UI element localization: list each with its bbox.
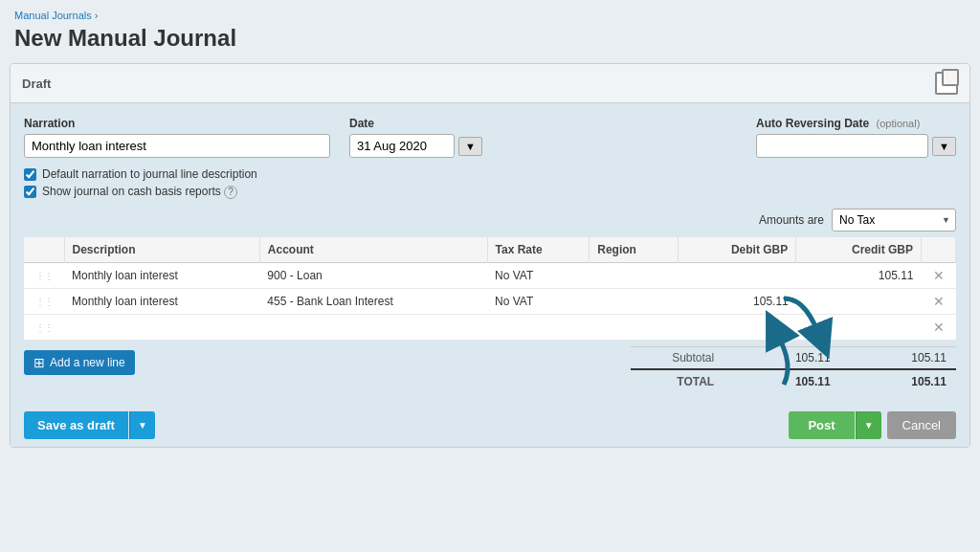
card-body: Narration Date ▼ Auto Reversing Date (op… (11, 103, 969, 402)
add-icon: ⊞ (33, 355, 45, 370)
col-credit: Credit GBP (796, 237, 922, 263)
col-drag (24, 237, 64, 263)
row1-credit[interactable]: 105.11 (796, 262, 922, 288)
totals-and-arrows: Subtotal 105.11 105.11 TOTAL 105.11 105.… (631, 346, 956, 392)
row2-description[interactable]: Monthly loan interest (64, 288, 259, 314)
auto-reversing-label: Auto Reversing Date (optional) (756, 117, 956, 130)
col-remove (922, 237, 956, 263)
post-dropdown-button[interactable]: ▼ (856, 411, 881, 439)
remove-row3-button[interactable]: ✕ (929, 320, 948, 335)
post-button[interactable]: Post (789, 411, 854, 439)
page-header: Manual Journals › New Manual Journal (0, 0, 980, 63)
row1-tax-rate[interactable]: No VAT (487, 262, 590, 288)
row3-description[interactable] (64, 314, 259, 340)
card-header: Draft (11, 64, 969, 103)
auto-reversing-input[interactable] (756, 134, 928, 158)
narration-label: Narration (24, 117, 330, 130)
amounts-label: Amounts are (759, 213, 824, 227)
post-wrapper: Post ▼ (789, 411, 880, 439)
table-row: ⋮⋮ ✕ (24, 314, 956, 340)
subtotal-credit: 105.11 (840, 346, 956, 369)
breadcrumb: Manual Journals › (14, 10, 966, 21)
total-label: TOTAL (631, 369, 724, 392)
remove-row1-button[interactable]: ✕ (929, 268, 948, 283)
status-badge: Draft (22, 77, 51, 91)
row2-remove[interactable]: ✕ (922, 288, 956, 314)
row1-description[interactable]: Monthly loan interest (64, 262, 259, 288)
subtotal-label: Subtotal (631, 346, 724, 369)
narration-group: Narration (24, 117, 330, 158)
totals-table: Subtotal 105.11 105.11 TOTAL 105.11 105.… (631, 346, 956, 392)
bottom-section: ⊞ Add a new line (24, 346, 956, 392)
date-dropdown-button[interactable]: ▼ (458, 137, 482, 156)
row1-remove[interactable]: ✕ (922, 262, 956, 288)
auto-reversing-group: Auto Reversing Date (optional) ▼ (756, 117, 956, 158)
col-account: Account (259, 237, 487, 263)
journal-table: Description Account Tax Rate Region Debi… (24, 237, 956, 341)
date-wrapper: ▼ (349, 134, 482, 158)
drag-handle[interactable]: ⋮⋮ (24, 288, 64, 314)
row3-tax-rate[interactable] (487, 314, 590, 340)
main-card: Draft Narration Date ▼ Auto Reversing Da… (10, 63, 970, 448)
copy-button[interactable] (935, 72, 958, 95)
help-icon[interactable]: ? (224, 186, 237, 199)
row2-region[interactable] (590, 288, 679, 314)
amounts-select-wrapper: No Tax Tax Exclusive Tax Inclusive (832, 209, 956, 232)
narration-input[interactable] (24, 134, 330, 158)
row3-debit[interactable] (679, 314, 796, 340)
show-journal-label: Show journal on cash basis reports ? (42, 185, 237, 199)
checkbox-row-2: Show journal on cash basis reports ? (24, 185, 956, 199)
cancel-button[interactable]: Cancel (887, 411, 956, 439)
total-debit: 105.11 (724, 369, 839, 392)
row3-account[interactable] (259, 314, 487, 340)
drag-handle[interactable]: ⋮⋮ (24, 314, 64, 340)
row1-region[interactable] (590, 262, 679, 288)
row3-credit[interactable] (796, 314, 922, 340)
default-narration-checkbox[interactable] (24, 168, 36, 181)
col-debit: Debit GBP (679, 237, 796, 263)
remove-row2-button[interactable]: ✕ (929, 294, 948, 309)
row2-debit[interactable]: 105.11 (679, 288, 796, 314)
table-row: ⋮⋮ Monthly loan interest 900 - Loan No V… (24, 262, 956, 288)
auto-reversing-date-wrapper: ▼ (756, 134, 956, 158)
date-input[interactable] (349, 134, 455, 158)
row1-account[interactable]: 900 - Loan (259, 262, 487, 288)
amounts-row: Amounts are No Tax Tax Exclusive Tax Inc… (24, 209, 956, 232)
row2-credit[interactable] (796, 288, 922, 314)
row2-tax-rate[interactable]: No VAT (487, 288, 590, 314)
default-narration-label: Default narration to journal line descri… (42, 167, 257, 181)
row3-region[interactable] (590, 314, 679, 340)
row2-account[interactable]: 455 - Bank Loan Interest (259, 288, 487, 314)
col-description: Description (64, 237, 259, 263)
row3-remove[interactable]: ✕ (922, 314, 956, 340)
table-row: ⋮⋮ Monthly loan interest 455 - Bank Loan… (24, 288, 956, 314)
date-label: Date (349, 117, 482, 130)
right-actions: Post ▼ Cancel (789, 411, 956, 439)
show-journal-checkbox[interactable] (24, 186, 36, 198)
page-title: New Manual Journal (14, 25, 966, 52)
save-draft-button[interactable]: Save as draft (24, 411, 128, 439)
date-group: Date ▼ (349, 117, 482, 158)
col-tax-rate: Tax Rate (487, 237, 590, 263)
breadcrumb-parent[interactable]: Manual Journals (14, 10, 92, 21)
row1-debit[interactable] (679, 262, 796, 288)
save-draft-wrapper: Save as draft ▼ (24, 411, 155, 439)
table-header-row: Description Account Tax Rate Region Debi… (24, 237, 956, 263)
breadcrumb-separator: › (95, 10, 99, 21)
checkbox-row-1: Default narration to journal line descri… (24, 167, 956, 181)
subtotal-row: Subtotal 105.11 105.11 (631, 346, 956, 369)
total-credit: 105.11 (840, 369, 956, 392)
auto-reversing-optional-label: (optional) (876, 118, 920, 129)
drag-handle[interactable]: ⋮⋮ (24, 262, 64, 288)
col-region: Region (590, 237, 679, 263)
add-new-line-button[interactable]: ⊞ Add a new line (24, 350, 135, 375)
amounts-select[interactable]: No Tax Tax Exclusive Tax Inclusive (832, 209, 956, 232)
subtotal-debit: 105.11 (724, 346, 839, 369)
auto-reversing-dropdown-button[interactable]: ▼ (932, 137, 956, 156)
save-draft-dropdown-button[interactable]: ▼ (129, 411, 155, 439)
add-line-label: Add a new line (50, 356, 125, 369)
checkboxes-section: Default narration to journal line descri… (24, 167, 956, 199)
total-row: TOTAL 105.11 105.11 (631, 369, 956, 392)
bottom-bar: Save as draft ▼ Post ▼ Cancel (11, 402, 969, 447)
form-fields-row: Narration Date ▼ Auto Reversing Date (op… (24, 117, 956, 158)
